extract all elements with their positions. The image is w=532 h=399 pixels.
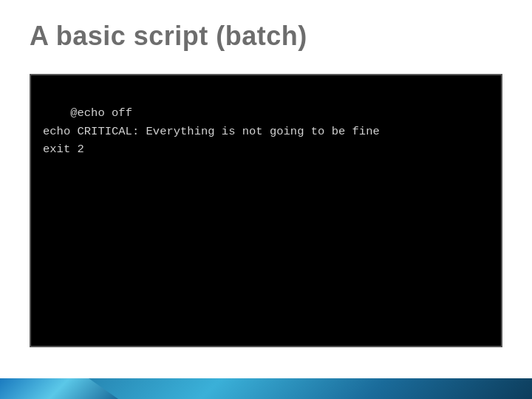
bottom-bar-stripe: [0, 378, 118, 399]
code-content: @echo off echo CRITICAL: Everything is n…: [43, 106, 380, 157]
bottom-bar: [0, 378, 532, 399]
slide-title: A basic script (batch): [30, 21, 307, 52]
code-block: @echo off echo CRITICAL: Everything is n…: [30, 74, 502, 347]
slide-container: A basic script (batch) @echo off echo CR…: [0, 0, 532, 399]
